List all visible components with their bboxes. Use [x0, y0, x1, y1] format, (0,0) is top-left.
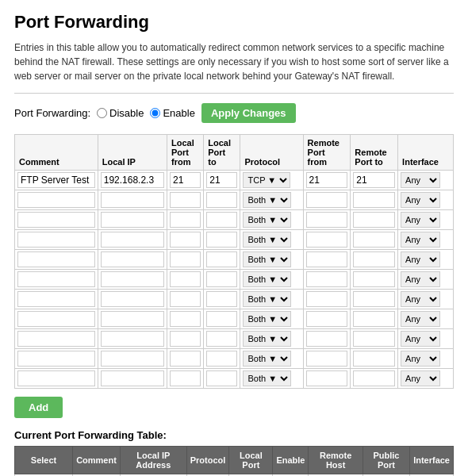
interface-select-8[interactable]: AnyWANLAN	[401, 331, 440, 347]
protocol-select-9[interactable]: Both ▼TCPUDP	[243, 351, 291, 367]
localip-input-2[interactable]	[101, 212, 164, 228]
protocol-select-4[interactable]: Both ▼TCPUDP	[243, 251, 291, 267]
remoteportfrom-input-3[interactable]	[306, 232, 348, 248]
comment-input-0[interactable]	[17, 172, 95, 188]
remoteportto-input-4[interactable]	[353, 251, 395, 267]
enable-radio-label[interactable]: Enable	[150, 107, 194, 119]
localip-input-3[interactable]	[101, 232, 164, 248]
comment-input-10[interactable]	[17, 370, 95, 386]
remoteportfrom-input-0[interactable]	[306, 172, 348, 188]
comment-input-1[interactable]	[17, 192, 95, 208]
portfrom-input-1[interactable]	[170, 192, 201, 208]
comment-input-6[interactable]	[17, 291, 95, 307]
interface-select-10[interactable]: AnyWANLAN	[401, 370, 440, 386]
disable-radio-label[interactable]: Disable	[97, 107, 144, 119]
remoteportto-input-1[interactable]	[353, 192, 395, 208]
comment-input-9[interactable]	[17, 351, 95, 367]
portto-input-6[interactable]	[206, 291, 237, 307]
interface-select-4[interactable]: AnyWANLAN	[401, 251, 440, 267]
portto-input-5[interactable]	[206, 271, 237, 287]
portto-input-0[interactable]	[206, 172, 237, 188]
comment-input-3[interactable]	[17, 232, 95, 248]
portfrom-input-6[interactable]	[170, 291, 201, 307]
portfrom-input-7[interactable]	[170, 311, 201, 327]
remoteportfrom-input-4[interactable]	[306, 251, 348, 267]
comment-input-8[interactable]	[17, 331, 95, 347]
remoteportfrom-input-6[interactable]	[306, 291, 348, 307]
enable-radio[interactable]	[150, 108, 160, 118]
remoteportfrom-input-9[interactable]	[306, 351, 348, 367]
comment-input-7[interactable]	[17, 311, 95, 327]
interface-select-1[interactable]: AnyWANLAN	[401, 192, 440, 208]
remoteportto-input-8[interactable]	[353, 331, 395, 347]
localip-input-7[interactable]	[101, 311, 164, 327]
interface-select-9[interactable]: AnyWANLAN	[401, 351, 440, 367]
page-title: Port Forwarding	[14, 12, 454, 33]
localip-input-6[interactable]	[101, 291, 164, 307]
portto-input-4[interactable]	[206, 251, 237, 267]
protocol-select-8[interactable]: Both ▼TCPUDP	[243, 331, 291, 347]
protocol-select-5[interactable]: Both ▼TCPUDP	[243, 271, 291, 287]
comment-input-4[interactable]	[17, 251, 95, 267]
table-row: Both ▼TCPUDP AnyWANLAN	[15, 329, 454, 349]
portto-input-1[interactable]	[206, 192, 237, 208]
remoteportto-input-9[interactable]	[353, 351, 395, 367]
remoteportto-input-6[interactable]	[353, 291, 395, 307]
table-row: Both ▼TCPUDP AnyWANLAN	[15, 290, 454, 309]
protocol-select-1[interactable]: Both ▼TCPUDP	[243, 192, 291, 208]
localip-input-1[interactable]	[101, 192, 164, 208]
interface-select-5[interactable]: AnyWANLAN	[401, 271, 440, 287]
protocol-select-0[interactable]: TCP ▼ UDP Both	[243, 172, 290, 188]
apply-changes-button[interactable]: Apply Changes	[201, 103, 296, 123]
remoteportto-input-0[interactable]	[353, 172, 395, 188]
interface-select-0[interactable]: Any WAN LAN	[401, 172, 440, 188]
portfrom-input-4[interactable]	[170, 251, 201, 267]
interface-select-7[interactable]: AnyWANLAN	[401, 311, 440, 327]
remoteportfrom-input-2[interactable]	[306, 212, 348, 228]
remoteportfrom-input-10[interactable]	[306, 370, 348, 386]
remoteportfrom-input-8[interactable]	[306, 331, 348, 347]
remoteportto-input-10[interactable]	[353, 370, 395, 386]
col-header-interface-ct: Interface	[410, 447, 454, 474]
portfrom-input-8[interactable]	[170, 331, 201, 347]
localip-input-0[interactable]	[101, 172, 164, 188]
portfrom-input-10[interactable]	[170, 370, 201, 386]
localip-input-10[interactable]	[101, 370, 164, 386]
localip-input-5[interactable]	[101, 271, 164, 287]
remoteportto-input-5[interactable]	[353, 271, 395, 287]
portto-input-10[interactable]	[206, 370, 237, 386]
portto-input-2[interactable]	[206, 212, 237, 228]
protocol-select-2[interactable]: Both ▼TCPUDP	[243, 212, 291, 228]
portto-input-3[interactable]	[206, 232, 237, 248]
remoteportfrom-input-1[interactable]	[306, 192, 348, 208]
protocol-select-6[interactable]: Both ▼TCPUDP	[243, 291, 291, 307]
portfrom-input-9[interactable]	[170, 351, 201, 367]
portfrom-input-5[interactable]	[170, 271, 201, 287]
protocol-select-3[interactable]: Both ▼TCPUDP	[243, 232, 291, 248]
col-header-public-port-ct: Public Port	[363, 447, 409, 474]
localip-input-8[interactable]	[101, 331, 164, 347]
remoteportto-input-3[interactable]	[353, 232, 395, 248]
remoteportfrom-input-7[interactable]	[306, 311, 348, 327]
interface-select-2[interactable]: AnyWANLAN	[401, 212, 440, 228]
protocol-select-10[interactable]: Both ▼TCPUDP	[243, 370, 291, 386]
remoteportto-input-7[interactable]	[353, 311, 395, 327]
table-row: Both ▼TCPUDP AnyWANLAN	[15, 349, 454, 369]
portto-input-7[interactable]	[206, 311, 237, 327]
localip-input-4[interactable]	[101, 251, 164, 267]
portfrom-input-0[interactable]	[170, 172, 201, 188]
add-button[interactable]: Add	[14, 397, 63, 418]
interface-select-6[interactable]: AnyWANLAN	[401, 291, 440, 307]
comment-input-2[interactable]	[17, 212, 95, 228]
portfrom-input-3[interactable]	[170, 232, 201, 248]
remoteportfrom-input-5[interactable]	[306, 271, 348, 287]
portto-input-8[interactable]	[206, 331, 237, 347]
remoteportto-input-2[interactable]	[353, 212, 395, 228]
localip-input-9[interactable]	[101, 351, 164, 367]
comment-input-5[interactable]	[17, 271, 95, 287]
portto-input-9[interactable]	[206, 351, 237, 367]
protocol-select-7[interactable]: Both ▼TCPUDP	[243, 311, 291, 327]
disable-radio[interactable]	[97, 108, 107, 118]
interface-select-3[interactable]: AnyWANLAN	[401, 232, 440, 248]
portfrom-input-2[interactable]	[170, 212, 201, 228]
